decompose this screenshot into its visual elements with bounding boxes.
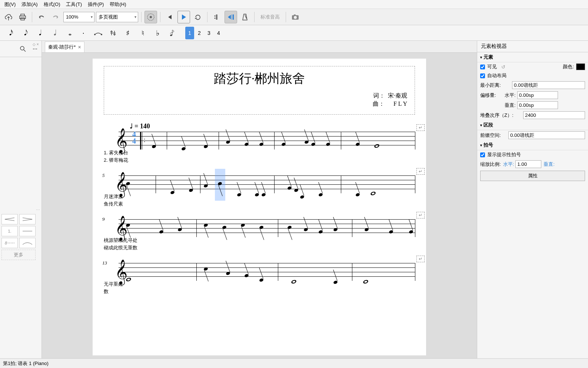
menu-tools[interactable]: 工具(T) bbox=[63, 0, 85, 9]
lyric-syllable[interactable]: 望 bbox=[113, 237, 118, 243]
system-break-icon[interactable]: ↵ bbox=[416, 256, 425, 262]
close-tab-icon[interactable]: × bbox=[78, 44, 81, 50]
camera-icon[interactable] bbox=[289, 11, 302, 23]
score-title[interactable]: 踏莎行·郴州旅舍 bbox=[112, 70, 407, 87]
document-tab[interactable]: 秦观-踏莎行* × bbox=[45, 42, 84, 52]
title-frame[interactable]: 踏莎行·郴州旅舍 词： 宋·秦观 曲： F L Y bbox=[104, 66, 415, 115]
lyric-syllable[interactable]: 鱼 bbox=[104, 201, 109, 207]
color-swatch[interactable] bbox=[576, 63, 585, 70]
half-note-icon[interactable]: 𝅗𝅥 bbox=[47, 27, 61, 39]
redo-icon[interactable] bbox=[49, 11, 62, 23]
score-page[interactable]: 踏莎行·郴州旅舍 词： 宋·秦观 曲： F L Y ♩ = 140 ↵ 𝄞 44 bbox=[93, 59, 426, 355]
lyric-syllable[interactable]: 台 bbox=[123, 150, 128, 155]
menu-plugins[interactable]: 插件(P) bbox=[85, 0, 107, 9]
voice-3-button[interactable]: 3 bbox=[205, 27, 213, 39]
palette-slur[interactable] bbox=[19, 238, 36, 248]
lyric-syllable[interactable]: 失 bbox=[114, 150, 119, 155]
lyric-syllable[interactable]: 月 bbox=[104, 194, 109, 199]
play-button[interactable] bbox=[177, 11, 190, 23]
score-viewport[interactable]: 踏莎行·郴州旅舍 词： 宋·秦观 曲： F L Y ♩ = 140 ↵ 𝄞 44 bbox=[42, 53, 477, 358]
lyric-syllable[interactable]: 寄 bbox=[114, 157, 119, 163]
lyric-syllable[interactable]: 数 bbox=[104, 289, 109, 294]
section-timesig[interactable]: 拍号 bbox=[477, 140, 588, 150]
panel-controls[interactable]: ◇ × bbox=[33, 42, 39, 46]
palette-volta[interactable]: 1. bbox=[1, 226, 18, 236]
palette-8va[interactable]: 8 bbox=[1, 238, 18, 248]
lyric-syllable[interactable]: 寻 bbox=[128, 237, 133, 243]
undo-icon[interactable] bbox=[35, 11, 48, 23]
scale-h-input[interactable] bbox=[515, 160, 541, 168]
reset-icon[interactable]: ↺ bbox=[501, 64, 505, 70]
lyric-syllable[interactable]: 梅 bbox=[119, 157, 123, 163]
tempo-marking[interactable]: ♩ = 140 bbox=[130, 122, 415, 130]
lyric-syllable[interactable]: 渡 bbox=[118, 194, 123, 199]
flip-icon[interactable] bbox=[106, 27, 120, 39]
lyric-syllable[interactable]: 2. 驿 bbox=[104, 157, 114, 163]
lyric-syllable[interactable]: 断 bbox=[118, 237, 123, 243]
zoom-combo[interactable]: 100% bbox=[63, 12, 94, 22]
lyric-syllable[interactable]: 无 bbox=[123, 237, 128, 243]
zorder-input[interactable] bbox=[523, 111, 585, 119]
visible-checkbox[interactable] bbox=[480, 65, 485, 69]
lyric-syllable[interactable]: 尺 bbox=[113, 201, 118, 207]
offset-h-input[interactable] bbox=[517, 91, 558, 99]
dot-icon[interactable]: · bbox=[76, 27, 90, 39]
staff-system-1[interactable]: ↵ 𝄞 44 : bbox=[104, 132, 415, 164]
lyric-syllable[interactable]: 传 bbox=[109, 201, 113, 207]
palette-menu-icon[interactable]: ⋯ bbox=[1, 208, 40, 213]
menu-help[interactable]: 帮助(H) bbox=[107, 0, 129, 9]
metronome-icon[interactable] bbox=[239, 11, 251, 23]
loop-icon[interactable] bbox=[192, 11, 204, 23]
lyric-syllable[interactable]: 无 bbox=[123, 245, 128, 250]
courtesy-checkbox[interactable] bbox=[480, 152, 485, 157]
whole-note-icon[interactable]: 𝅝 bbox=[62, 27, 76, 39]
system-break-icon[interactable]: ↵ bbox=[416, 168, 425, 175]
autolayout-checkbox[interactable] bbox=[480, 73, 485, 78]
rewind-icon[interactable] bbox=[163, 11, 176, 23]
system-break-icon[interactable]: ↵ bbox=[416, 212, 425, 218]
lyric-syllable[interactable]: 重 bbox=[128, 245, 133, 250]
palette-cresc[interactable] bbox=[1, 214, 18, 224]
lyric-syllable[interactable]: 楼 bbox=[119, 150, 123, 155]
leading-input[interactable] bbox=[508, 131, 585, 139]
view-mode-combo[interactable]: 多页视图 bbox=[96, 12, 138, 22]
voice-1-button[interactable]: 1 bbox=[185, 27, 194, 39]
palette-dim[interactable] bbox=[19, 214, 36, 224]
lyric-syllable[interactable]: 恨 bbox=[118, 245, 123, 250]
voice-4-button[interactable]: 4 bbox=[214, 27, 223, 39]
menu-add[interactable]: 添加(A) bbox=[19, 0, 40, 9]
lyric-syllable[interactable]: 1. 雾 bbox=[104, 150, 114, 155]
staff-system-2[interactable]: 5 ↵ 𝄞 bbox=[104, 175, 415, 208]
lyric-syllable[interactable]: 成 bbox=[109, 245, 113, 250]
tie-icon[interactable] bbox=[91, 27, 105, 39]
mixer-icon[interactable] bbox=[144, 11, 157, 23]
time-signature[interactable]: 44 bbox=[131, 131, 137, 144]
natural-icon[interactable]: ♮ bbox=[136, 27, 150, 39]
lyric-syllable[interactable]: 寻 bbox=[109, 281, 113, 287]
lyric-syllable[interactable]: 迷 bbox=[109, 194, 113, 199]
flat-icon[interactable]: ♭ bbox=[150, 27, 165, 39]
lyric-syllable[interactable]: 津 bbox=[113, 194, 118, 199]
min-distance-input[interactable] bbox=[512, 81, 585, 89]
lyric-syllable[interactable]: 源 bbox=[109, 237, 113, 243]
palette-more-button[interactable]: 更多 bbox=[1, 250, 36, 260]
lyric-syllable[interactable]: 桃 bbox=[104, 237, 109, 243]
lyric-syllable[interactable]: 处 bbox=[118, 281, 123, 287]
voice-2-button[interactable]: 2 bbox=[195, 27, 204, 39]
menu-format[interactable]: 格式(O) bbox=[41, 0, 63, 9]
system-break-icon[interactable]: ↵ bbox=[416, 124, 425, 131]
eighth-note-icon[interactable]: 𝅘𝅥𝅮 bbox=[17, 27, 31, 39]
lyric-syllable[interactable]: 此 bbox=[113, 245, 118, 250]
lyric-syllable[interactable]: 花 bbox=[123, 157, 128, 163]
print-icon[interactable] bbox=[16, 11, 29, 23]
menu-view[interactable]: 图(V) bbox=[1, 0, 19, 9]
section-segment[interactable]: 区段 bbox=[477, 120, 588, 130]
palette-line[interactable] bbox=[19, 226, 36, 236]
section-element[interactable]: 元素 bbox=[477, 52, 588, 62]
cloud-icon[interactable] bbox=[2, 11, 15, 23]
sharp-icon[interactable]: ♯ bbox=[121, 27, 135, 39]
repeat-start-icon[interactable] bbox=[210, 11, 223, 23]
grace-note-icon[interactable] bbox=[165, 27, 179, 39]
lyric-syllable[interactable]: 砌 bbox=[104, 245, 109, 250]
lyric-syllable[interactable]: 重 bbox=[113, 281, 118, 287]
